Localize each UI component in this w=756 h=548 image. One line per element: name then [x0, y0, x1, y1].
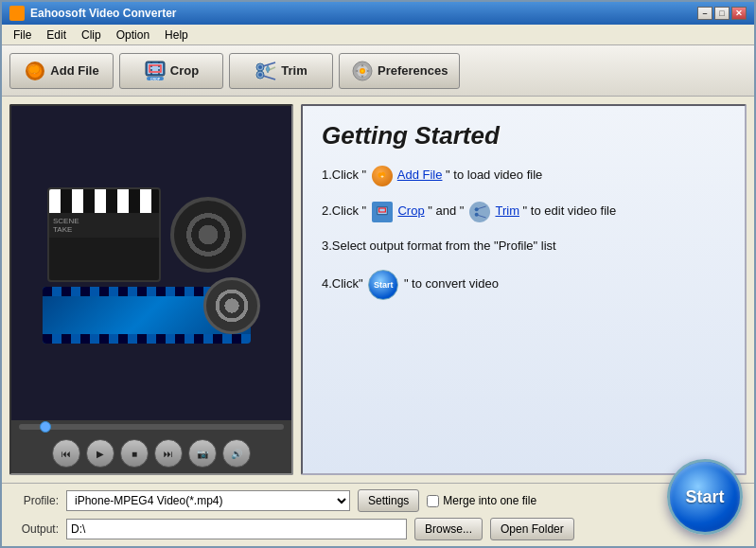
preferences-icon	[351, 60, 374, 82]
step-2: 2.Click " Crop " and " Trim " to edit vi…	[322, 202, 726, 222]
getting-started-panel: Getting Started 1.Click " + Add File " t…	[301, 104, 747, 475]
close-button[interactable]: ✕	[731, 7, 747, 20]
trim-button[interactable]: Trim	[229, 53, 333, 89]
clapper-stripes	[49, 189, 159, 213]
open-folder-button[interactable]: Open Folder	[490, 518, 574, 540]
step4-text: 4.Click" Start " to convert video	[322, 270, 499, 300]
profile-row: Profile: iPhone-MPEG4 Video(*.mp4) Setti…	[11, 489, 745, 512]
slider-thumb	[40, 421, 51, 433]
step4-start-icon: Start	[368, 270, 398, 300]
menu-bar: File Edit Clip Option Help	[2, 25, 754, 45]
svg-point-25	[475, 207, 479, 211]
playback-slider[interactable]	[19, 424, 284, 430]
main-area: SCENE TAKE	[2, 97, 754, 483]
settings-button[interactable]: Settings	[358, 489, 419, 512]
step3-text: 3.Select output format from the "Profile…	[322, 238, 556, 255]
merge-label: Merge into one file	[427, 494, 536, 507]
preferences-button[interactable]: Preferences	[339, 53, 460, 89]
getting-started-title: Getting Started	[322, 121, 726, 150]
title-bar-title: Eahoosoft Video Converter	[9, 6, 176, 21]
film-reel	[170, 197, 246, 273]
menu-edit[interactable]: Edit	[39, 27, 74, 44]
svg-line-14	[263, 76, 275, 80]
output-label: Output:	[11, 522, 59, 536]
add-file-label: Add File	[50, 63, 98, 78]
svg-point-16	[258, 73, 262, 77]
step-1: 1.Click " + Add File " to load video fil…	[322, 166, 726, 186]
crop-button[interactable]: CROP Crop	[119, 53, 223, 89]
trim-label: Trim	[281, 63, 307, 78]
svg-point-20	[361, 69, 364, 72]
crop-icon: CROP	[144, 60, 167, 82]
clapper-body: SCENE TAKE	[49, 213, 159, 238]
preview-slider-area	[11, 420, 291, 433]
toolbar: + Add File CROP Crop	[2, 45, 754, 97]
start-button[interactable]: Start	[667, 459, 743, 535]
svg-point-15	[258, 65, 262, 69]
add-file-button[interactable]: + Add File	[9, 53, 114, 89]
bottom-bar: Profile: iPhone-MPEG4 Video(*.mp4) Setti…	[2, 483, 754, 546]
step-4: 4.Click" Start " to convert video	[322, 270, 726, 300]
svg-text:CROP: CROP	[150, 77, 161, 80]
title-bar-buttons: – □ ✕	[697, 7, 747, 20]
menu-file[interactable]: File	[6, 27, 39, 44]
svg-text:+: +	[380, 173, 384, 179]
step2-trim-icon	[469, 202, 490, 222]
preview-controls: ⏮ ▶ ■ ⏭ 📷 🔊	[11, 433, 291, 473]
menu-help[interactable]: Help	[157, 27, 196, 44]
profile-label: Profile:	[11, 494, 59, 507]
app-icon	[9, 6, 25, 21]
step1-text: 1.Click " + Add File " to load video fil…	[322, 166, 542, 186]
add-file-icon: +	[24, 60, 46, 82]
output-row: Output: Browse... Open Folder	[11, 518, 745, 540]
merge-text: Merge into one file	[443, 494, 536, 507]
play-button[interactable]: ▶	[86, 439, 114, 468]
start-label: Start	[685, 487, 724, 507]
svg-line-27	[478, 206, 486, 209]
fast-forward-button[interactable]: ⏭	[154, 439, 183, 468]
step-3: 3.Select output format from the "Profile…	[322, 238, 726, 255]
step2-text: 2.Click " Crop " and " Trim " to edit vi…	[322, 202, 616, 222]
rewind-button[interactable]: ⏮	[52, 439, 80, 468]
step1-add-file-icon: +	[372, 166, 393, 186]
crop-label: Crop	[170, 63, 199, 78]
svg-point-26	[475, 213, 479, 217]
title-bar: Eahoosoft Video Converter – □ ✕	[2, 2, 754, 25]
minimize-button[interactable]: –	[697, 7, 712, 20]
maximize-button[interactable]: □	[714, 7, 730, 20]
stop-button[interactable]: ■	[120, 439, 149, 468]
merge-checkbox[interactable]	[427, 495, 439, 507]
menu-option[interactable]: Option	[109, 27, 157, 44]
film-graphic: SCENE TAKE	[38, 178, 265, 348]
volume-button[interactable]: 🔊	[222, 439, 251, 468]
svg-line-13	[263, 62, 275, 66]
trim-icon	[255, 60, 277, 82]
screenshot-button[interactable]: 📷	[188, 439, 217, 468]
app-title: Eahoosoft Video Converter	[30, 7, 176, 20]
profile-select[interactable]: iPhone-MPEG4 Video(*.mp4)	[66, 490, 350, 511]
menu-clip[interactable]: Clip	[74, 27, 109, 44]
film-reel-2	[203, 277, 260, 334]
main-window: Eahoosoft Video Converter – □ ✕ File Edi…	[0, 0, 756, 548]
output-input[interactable]	[66, 519, 407, 539]
preview-panel: SCENE TAKE	[9, 104, 293, 475]
browse-button[interactable]: Browse...	[414, 518, 483, 540]
step2-crop-icon	[372, 202, 393, 222]
svg-line-28	[478, 215, 486, 218]
preferences-label: Preferences	[378, 63, 448, 78]
clapperboard: SCENE TAKE	[47, 187, 161, 282]
video-preview: SCENE TAKE	[11, 106, 291, 420]
